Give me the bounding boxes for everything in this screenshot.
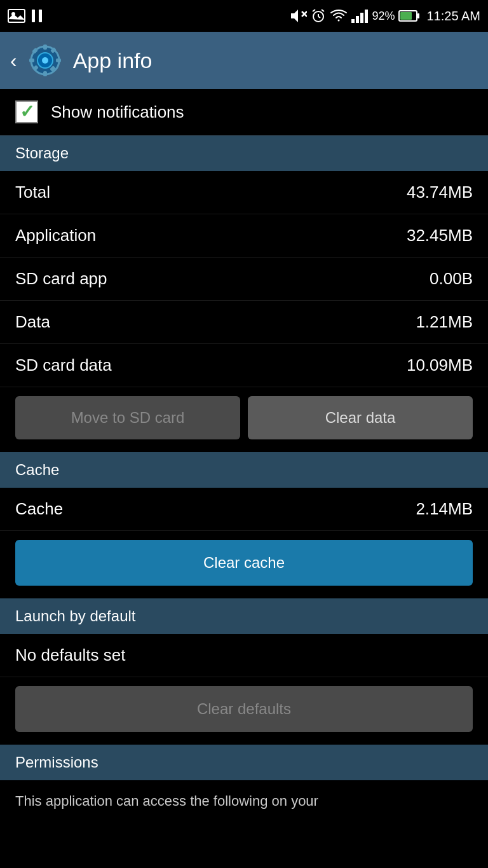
svg-line-11: [322, 10, 324, 11]
clear-data-button[interactable]: Clear data: [248, 396, 473, 439]
storage-total-label: Total: [15, 183, 50, 202]
notifications-row[interactable]: ✓ Show notifications: [0, 89, 488, 135]
storage-sdcard-app-label: SD card app: [15, 269, 107, 289]
status-right-icons: 92% 11:25 AM: [289, 8, 480, 24]
svg-rect-18: [417, 13, 419, 18]
alarm-icon: [311, 8, 326, 24]
clear-defaults-button[interactable]: Clear defaults: [15, 686, 473, 732]
storage-data-row: Data 1.21MB: [0, 301, 488, 344]
gear-icon: [27, 43, 63, 78]
storage-sdcard-data-value: 10.09MB: [407, 355, 473, 375]
page-title: App info: [73, 48, 152, 73]
svg-rect-3: [39, 10, 42, 22]
svg-rect-17: [400, 12, 412, 20]
status-bar: 92% 11:25 AM: [0, 0, 488, 32]
cache-label: Cache: [15, 499, 63, 519]
cache-value: 2.14MB: [416, 499, 473, 519]
svg-line-9: [318, 17, 320, 18]
storage-application-row: Application 32.45MB: [0, 214, 488, 258]
clear-cache-button[interactable]: Clear cache: [15, 540, 473, 586]
storage-total-row: Total 43.74MB: [0, 171, 488, 214]
move-to-sdcard-button[interactable]: Move to SD card: [15, 396, 240, 439]
checkmark-icon: ✓: [20, 103, 34, 121]
status-time: 11:25 AM: [426, 9, 480, 24]
storage-sdcard-app-value: 0.00B: [430, 269, 473, 289]
svg-rect-14: [360, 13, 363, 23]
no-defaults-label: No defaults set: [15, 645, 125, 665]
signal-icon: [351, 9, 368, 23]
svg-rect-24: [29, 59, 34, 62]
svg-point-21: [42, 57, 48, 64]
cache-row: Cache 2.14MB: [0, 488, 488, 531]
battery-percentage: 92%: [372, 10, 395, 23]
launch-by-default-section-header: Launch by default: [0, 598, 488, 634]
storage-sdcard-data-row: SD card data 10.09MB: [0, 344, 488, 387]
svg-rect-12: [351, 19, 355, 23]
svg-rect-2: [32, 10, 35, 22]
svg-rect-25: [56, 59, 61, 62]
status-left-icons: [8, 9, 43, 23]
content-area: ✓ Show notifications Storage Total 43.74…: [0, 89, 488, 822]
storage-section-header: Storage: [0, 135, 488, 171]
mute-icon: [289, 8, 307, 24]
svg-rect-23: [43, 71, 47, 76]
svg-rect-0: [8, 10, 25, 22]
picture-icon: [8, 9, 25, 23]
no-defaults-row: No defaults set: [0, 634, 488, 677]
cache-button-row: Clear cache: [0, 531, 488, 598]
storage-data-value: 1.21MB: [416, 312, 473, 332]
storage-sdcard-data-label: SD card data: [15, 355, 112, 375]
permissions-section-header: Permissions: [0, 745, 488, 780]
storage-total-value: 43.74MB: [407, 183, 473, 202]
storage-sdcard-app-row: SD card app 0.00B: [0, 258, 488, 301]
launch-button-row: Clear defaults: [0, 677, 488, 745]
pause-icon: [30, 9, 43, 23]
app-header: ‹ App info: [0, 32, 488, 89]
svg-marker-4: [291, 10, 298, 22]
storage-data-label: Data: [15, 312, 50, 332]
svg-rect-13: [356, 16, 359, 23]
svg-rect-15: [365, 10, 368, 23]
svg-line-10: [313, 10, 315, 11]
storage-application-label: Application: [15, 226, 96, 245]
back-button[interactable]: ‹: [10, 49, 17, 72]
notifications-label: Show notifications: [51, 102, 184, 122]
storage-button-row: Move to SD card Clear data: [0, 387, 488, 452]
permissions-description: This application can access the followin…: [0, 780, 488, 822]
wifi-icon: [330, 9, 348, 23]
svg-rect-22: [43, 45, 47, 50]
cache-section-header: Cache: [0, 452, 488, 488]
show-notifications-checkbox[interactable]: ✓: [15, 100, 38, 123]
battery-icon: [398, 10, 420, 22]
storage-application-value: 32.45MB: [407, 226, 473, 245]
